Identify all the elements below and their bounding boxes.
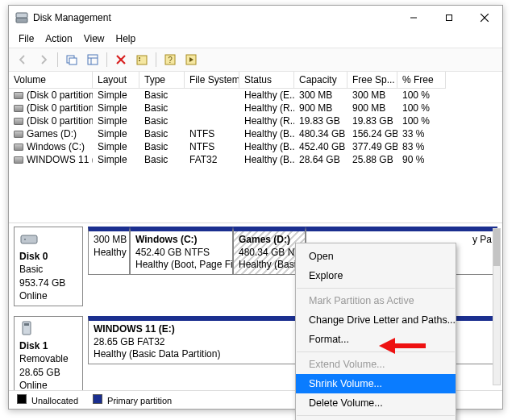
separator xyxy=(297,288,455,289)
ctx-format[interactable]: Format... xyxy=(296,330,456,349)
cell xyxy=(185,114,239,127)
cell: Healthy (B... xyxy=(239,127,294,140)
cell: 19.83 GB xyxy=(347,114,397,127)
cell: (Disk 0 partition 1) xyxy=(27,89,93,101)
cell: Simple xyxy=(93,140,139,153)
col-layout[interactable]: Layout xyxy=(93,72,139,89)
back-button[interactable] xyxy=(14,51,31,69)
partition-size: 452.40 GB NTFS xyxy=(135,247,227,260)
separator xyxy=(156,52,156,67)
svg-rect-3 xyxy=(447,15,452,21)
app-icon xyxy=(15,11,28,24)
cell: 452.40 GB xyxy=(294,140,347,153)
table-header-row: Volume Layout Type File System Status Ca… xyxy=(9,72,502,89)
cell: Healthy (E... xyxy=(239,89,294,102)
menu-view[interactable]: View xyxy=(79,31,110,46)
volume-icon xyxy=(14,143,23,151)
menu-help[interactable]: Help xyxy=(111,31,141,46)
disk-label: Disk 0 xyxy=(19,251,48,262)
cell: Basic xyxy=(139,127,185,140)
svg-point-15 xyxy=(139,60,140,61)
cell: 377.49 GB xyxy=(347,140,397,153)
menu-action[interactable]: Action xyxy=(40,31,77,46)
cell: (Disk 0 partition 5) xyxy=(27,102,93,114)
help-button[interactable]: ? xyxy=(161,51,179,69)
partition-block[interactable]: Windows (C:) 452.40 GB NTFS Healthy (Boo… xyxy=(130,227,233,275)
col-fs[interactable]: File System xyxy=(185,72,239,89)
col-type[interactable]: Type xyxy=(139,72,185,89)
window-title: Disk Management xyxy=(33,12,396,23)
scrollbar[interactable] xyxy=(493,228,501,385)
cell: Healthy (B... xyxy=(239,153,294,166)
disk-0-info[interactable]: Disk 0 Basic 953.74 GB Online xyxy=(14,227,83,306)
maximize-button[interactable] xyxy=(431,6,467,30)
forward-button[interactable] xyxy=(35,51,52,69)
svg-rect-19 xyxy=(21,235,37,243)
disk-icon xyxy=(19,320,39,336)
ctx-extend: Extend Volume... xyxy=(296,355,456,374)
volume-icon xyxy=(14,105,23,112)
svg-rect-22 xyxy=(24,323,29,326)
cell: Basic xyxy=(139,114,185,127)
ctx-change[interactable]: Change Drive Letter and Paths... xyxy=(296,310,456,330)
context-menu: Open Explore Mark Partition as Active Ch… xyxy=(295,243,456,420)
cell: 100 % xyxy=(397,114,446,127)
col-status[interactable]: Status xyxy=(239,72,294,89)
svg-rect-1 xyxy=(16,13,27,18)
cell: NTFS xyxy=(185,127,239,140)
col-free[interactable]: Free Sp... xyxy=(347,72,397,89)
ctx-open[interactable]: Open xyxy=(296,247,456,266)
col-pct[interactable]: % Free xyxy=(397,72,446,89)
table-row[interactable]: WINDOWS 11 (E:) Simple Basic FAT32 Healt… xyxy=(9,153,502,166)
table-row[interactable]: (Disk 0 partition 1) Simple Basic Health… xyxy=(9,89,502,102)
cell: Simple xyxy=(93,102,139,114)
cell: 900 MB xyxy=(294,102,347,114)
table-row[interactable]: Games (D:) Simple Basic NTFS Healthy (B.… xyxy=(9,127,502,140)
ctx-delete[interactable]: Delete Volume... xyxy=(296,393,456,413)
close-button[interactable] xyxy=(467,6,502,30)
svg-rect-0 xyxy=(16,18,27,23)
separator xyxy=(297,415,455,416)
disk-kind: Removable xyxy=(19,352,77,365)
separator xyxy=(297,351,455,352)
cell: Simple xyxy=(93,153,139,166)
cell xyxy=(185,102,239,114)
cell: FAT32 xyxy=(185,153,239,166)
cell: (Disk 0 partition 6) xyxy=(27,115,93,127)
toolbar: ? xyxy=(9,48,502,72)
properties-button[interactable] xyxy=(133,51,151,69)
volume-icon xyxy=(14,92,23,99)
partition-status: Healthy (Boot, Page File, Cra xyxy=(135,259,227,272)
table-row[interactable]: (Disk 0 partition 5) Simple Basic Health… xyxy=(9,102,502,114)
cell: 156.24 GB xyxy=(347,127,397,140)
menu-file[interactable]: File xyxy=(14,31,39,46)
cell: 300 MB xyxy=(294,89,347,102)
disk-1-info[interactable]: Disk 1 Removable 28.65 GB Online xyxy=(14,316,83,390)
table-row[interactable]: Windows (C:) Simple Basic NTFS Healthy (… xyxy=(9,140,502,153)
volume-icon xyxy=(14,118,23,125)
disk-label: Disk 1 xyxy=(19,340,48,351)
col-capacity[interactable]: Capacity xyxy=(294,72,347,89)
scrollbar-thumb[interactable] xyxy=(493,229,500,266)
cell: 28.64 GB xyxy=(294,153,347,166)
partition-title: Games (D:) xyxy=(239,234,290,245)
cell: Simple xyxy=(93,89,139,102)
minimize-button[interactable] xyxy=(396,6,431,30)
table-row[interactable]: (Disk 0 partition 6) Simple Basic Health… xyxy=(9,114,502,127)
view-button[interactable] xyxy=(84,51,102,69)
disk-size: 28.65 GB xyxy=(19,366,77,379)
refresh-button[interactable] xyxy=(63,51,81,69)
cell: Simple xyxy=(93,127,139,140)
ctx-explore[interactable]: Explore xyxy=(296,266,456,285)
cell xyxy=(185,89,239,102)
delete-button[interactable] xyxy=(112,51,130,69)
svg-point-14 xyxy=(139,57,140,59)
partition-size: 480.34 GB NTFS xyxy=(239,247,300,260)
partition-block[interactable]: 300 MB Healthy (EI xyxy=(88,227,130,275)
action-button[interactable] xyxy=(182,51,200,69)
legend-label: Primary partition xyxy=(107,396,172,405)
cell: 83 % xyxy=(397,140,446,153)
ctx-shrink[interactable]: Shrink Volume... xyxy=(296,374,456,393)
swatch-primary xyxy=(93,394,102,404)
col-volume[interactable]: Volume xyxy=(9,72,93,89)
